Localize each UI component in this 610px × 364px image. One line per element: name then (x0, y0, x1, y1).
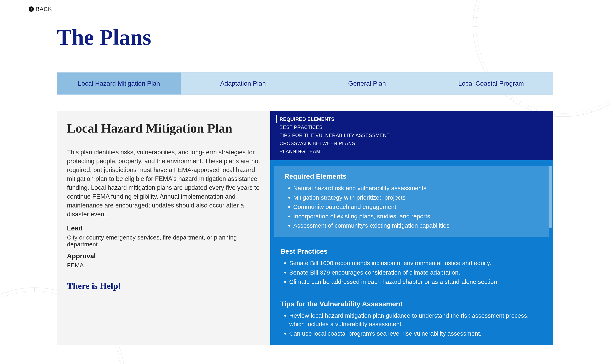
panel-list: Senate Bill 1000 recommends inclusion of… (280, 259, 539, 286)
tab-general[interactable]: General Plan (305, 73, 429, 94)
tab-local-hazard[interactable]: Local Hazard Mitigation Plan (57, 73, 181, 94)
panel-title: Tips for the Vulnerability Assessment (280, 300, 539, 308)
approval-label: Approval (67, 252, 260, 260)
help-heading: There is Help! (67, 281, 260, 291)
plan-tabs: Local Hazard Mitigation Plan Adaptation … (57, 72, 553, 95)
list-item: Community outreach and engagement (293, 203, 539, 211)
approval-value: FEMA (67, 262, 260, 269)
list-item: Incorporation of existing plans, studies… (293, 212, 539, 221)
toc-tips-vulnerability[interactable]: TIPS FOR THE VULNERABILITY ASSESSMENT (276, 131, 547, 139)
list-item: Senate Bill 1000 recommends inclusion of… (289, 259, 539, 268)
panel-title: Required Elements (284, 172, 539, 180)
scrollbar-thumb[interactable] (549, 166, 552, 228)
list-item: Natural hazard risk and vulnerability as… (293, 184, 539, 193)
back-button[interactable]: BACK (29, 6, 52, 13)
plan-description: This plan identifies risks, vulnerabilit… (67, 148, 260, 219)
toc-best-practices[interactable]: BEST PRACTICES (276, 123, 547, 131)
panel-tips-vulnerability: Tips for the Vulnerability Assessment Re… (270, 293, 549, 345)
list-item: Senate Bill 379 encourages consideration… (289, 268, 539, 277)
page-title: The Plans (57, 25, 581, 50)
tab-local-coastal[interactable]: Local Coastal Program (429, 73, 553, 94)
panel-title: Best Practices (280, 247, 539, 255)
list-item: Review local hazard mitigation plan guid… (289, 312, 539, 328)
panel-list: Review local hazard mitigation plan guid… (280, 312, 539, 338)
list-item: Can use local coastal program's sea leve… (289, 329, 539, 338)
toc-crosswalk[interactable]: CROSSWALK BETWEEN PLANS (276, 139, 547, 147)
tab-adaptation[interactable]: Adaptation Plan (181, 73, 305, 94)
plan-heading: Local Hazard Mitigation Plan (67, 121, 260, 136)
lead-value: City or county emergency services, fire … (67, 234, 260, 248)
lead-label: Lead (67, 224, 260, 232)
chevron-left-icon (29, 6, 34, 12)
list-item: Climate can be addressed in each hazard … (289, 278, 539, 286)
section-panels: Required Elements Natural hazard risk an… (270, 160, 553, 345)
panel-required-elements: Required Elements Natural hazard risk an… (274, 166, 549, 237)
toc-planning-team[interactable]: PLANNING TEAM (276, 147, 547, 156)
list-item: Assessment of community's existing mitig… (293, 221, 539, 230)
list-item: Mitigation strategy with prioritized pro… (293, 193, 539, 202)
section-toc: REQUIRED ELEMENTS BEST PRACTICES TIPS FO… (270, 111, 553, 160)
back-label: BACK (36, 6, 52, 13)
panel-best-practices: Best Practices Senate Bill 1000 recommen… (270, 241, 549, 293)
plan-summary-panel: Local Hazard Mitigation Plan This plan i… (57, 111, 270, 345)
toc-required-elements[interactable]: REQUIRED ELEMENTS (276, 115, 547, 123)
panel-list: Natural hazard risk and vulnerability as… (284, 184, 539, 230)
